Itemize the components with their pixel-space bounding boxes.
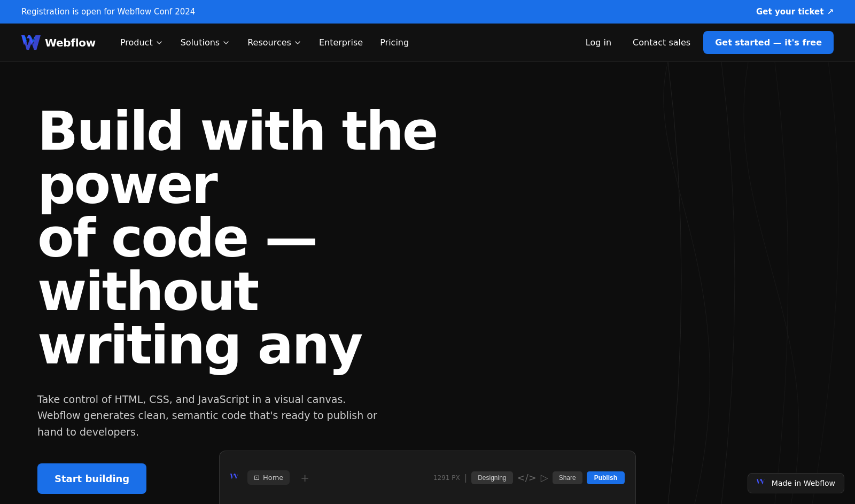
nav-item-product[interactable]: Product [113,33,171,52]
login-button[interactable]: Log in [577,33,620,52]
navbar: Webflow Product Solutions Resources [0,24,855,62]
announcement-link[interactable]: Get your ticket ↗ [756,7,834,17]
hero-section: Build with the power of code — without w… [0,62,855,504]
announcement-text: Registration is open for Webflow Conf 20… [21,7,195,17]
nav-links: Product Solutions Resources Enterprise [113,33,416,52]
contact-sales-button[interactable]: Contact sales [624,33,699,52]
announcement-link-label: Get your ticket [756,7,823,17]
nav-item-solutions[interactable]: Solutions [173,33,238,52]
get-started-button[interactable]: Get started — it's free [703,31,834,54]
made-in-webflow-badge[interactable]: Made in Webflow [748,473,844,493]
announcement-arrow-icon: ↗ [827,7,834,17]
code-icon[interactable]: </> [517,472,537,483]
solutions-chevron-icon [222,38,230,47]
made-in-webflow-label: Made in Webflow [772,479,835,487]
nav-item-enterprise[interactable]: Enterprise [312,33,370,52]
start-building-button[interactable]: Start building [37,463,146,494]
nav-right: Log in Contact sales Get started — it's … [577,31,834,54]
resources-chevron-icon [293,38,302,47]
nav-left: Webflow Product Solutions Resources [21,33,416,52]
webflow-badge-icon [757,479,767,487]
nav-item-resources[interactable]: Resources [240,33,309,52]
webflow-logo-icon [21,35,41,50]
play-icon[interactable]: ▷ [541,472,548,483]
publish-button[interactable]: Publish [587,471,625,484]
announcement-banner: Registration is open for Webflow Conf 20… [0,0,855,24]
logo[interactable]: Webflow [21,35,96,50]
hero-content: Build with the power of code — without w… [37,105,508,494]
logo-text: Webflow [45,36,96,49]
product-chevron-icon [155,38,164,47]
nav-item-pricing[interactable]: Pricing [372,33,416,52]
share-button[interactable]: Share [553,471,582,484]
hero-subtext: Take control of HTML, CSS, and JavaScrip… [37,391,390,440]
hero-headline: Build with the power of code — without w… [37,105,508,372]
